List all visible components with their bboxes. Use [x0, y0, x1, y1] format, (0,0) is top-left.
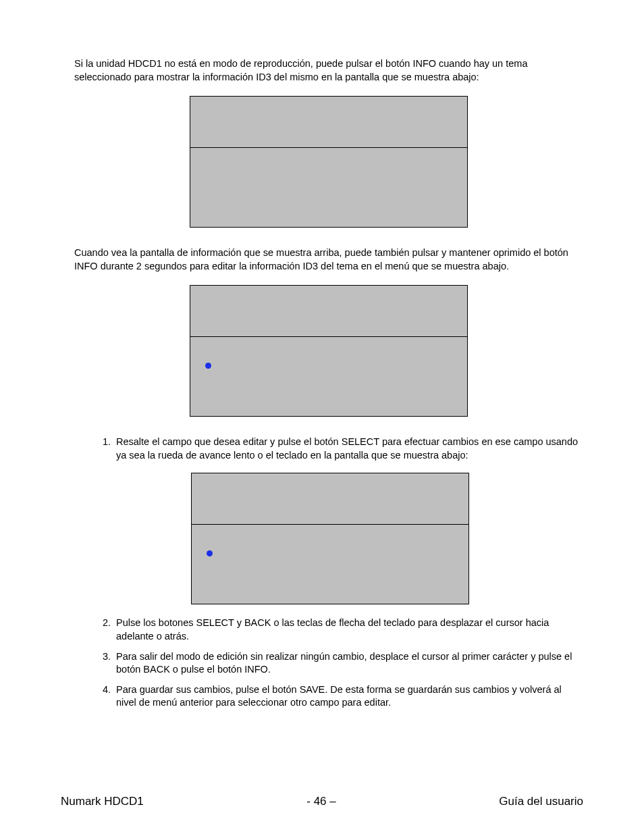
- page-footer: Numark HDCD1 - 46 – Guía del usuario: [61, 795, 583, 808]
- step-1-text: Resalte el campo que desea editar y puls…: [116, 436, 578, 461]
- footer-page-number: - 46 –: [306, 795, 336, 808]
- figure-3-top: [191, 473, 469, 525]
- figure-2-bottom: [190, 337, 468, 417]
- step-1: Resalte el campo que desea editar y puls…: [113, 436, 583, 604]
- intro-paragraph-1: Si la unidad HDCD1 no está en modo de re…: [74, 57, 583, 84]
- step-2: Pulse los botones SELECT y BACK o las te…: [113, 617, 583, 643]
- figure-1: [190, 96, 468, 228]
- step-3: Para salir del modo de edición sin reali…: [113, 650, 583, 677]
- figure-2-top: [190, 285, 468, 337]
- figure-3: [191, 473, 469, 604]
- footer-right: Guía del usuario: [499, 795, 583, 808]
- footer-left: Numark HDCD1: [61, 795, 144, 808]
- bullet-dot-icon: [207, 550, 213, 556]
- figure-1-top: [190, 96, 468, 148]
- figure-2: [190, 285, 468, 417]
- steps-list: Resalte el campo que desea editar y puls…: [74, 436, 583, 710]
- intro-paragraph-2: Cuando vea la pantalla de información qu…: [74, 246, 583, 273]
- figure-3-bottom: [191, 525, 469, 604]
- document-page: Si la unidad HDCD1 no está en modo de re…: [0, 0, 644, 834]
- figure-1-bottom: [190, 148, 468, 228]
- figure-2-wrap: [74, 285, 583, 417]
- figure-3-wrap: [77, 473, 583, 604]
- figure-1-wrap: [74, 96, 583, 228]
- bullet-dot-icon: [205, 363, 211, 369]
- step-4: Para guardar sus cambios, pulse el botón…: [113, 683, 583, 710]
